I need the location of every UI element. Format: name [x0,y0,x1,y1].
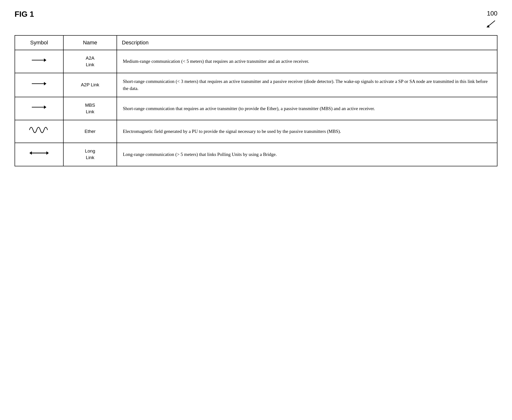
symbol-cell-mbs [15,97,63,120]
symbol-cell-ether [15,120,63,143]
desc-cell-a2a: Medium-range communication (< 5 meters) … [117,50,497,73]
col-header-name: Name [63,35,117,50]
col-header-description: Description [117,35,497,50]
fig-title: FIG 1 [15,10,34,19]
table-row: LongLink Long-range communication (> 5 m… [15,143,497,166]
name-cell-mbs: MBSLink [63,97,117,120]
svg-marker-7 [44,105,46,109]
desc-cell-long-link: Long-range communication (> 5 meters) th… [117,143,497,166]
svg-line-0 [488,21,495,27]
svg-marker-9 [29,151,32,155]
page-header: FIG 1 100 [15,10,497,28]
table-row: A2ALink Medium-range communication (< 5 … [15,50,497,73]
name-cell-a2a: A2ALink [63,50,117,73]
reference-number: 100 [487,10,497,17]
name-cell-a2p: A2P Link [63,73,117,97]
table-row: Ether Electromagnetic field generated by… [15,120,497,143]
desc-cell-a2p: Short-range communication (< 3 meters) t… [117,73,497,97]
arrow-right-icon [31,104,48,114]
symbol-table: Symbol Name Description A2ALink Medium-r… [15,35,497,166]
table-row: MBSLink Short-range communication that r… [15,97,497,120]
svg-marker-5 [44,82,46,85]
arrow-right-icon [31,57,48,67]
symbol-cell-long-link [15,143,63,166]
name-cell-long-link: LongLink [63,143,117,166]
bidir-arrow-icon [28,149,50,160]
desc-cell-ether: Electromagnetic field generated by a PU … [117,120,497,143]
svg-marker-3 [44,58,46,62]
reference-arrow-indicator [483,18,497,28]
wave-icon [28,125,50,138]
name-cell-ether: Ether [63,120,117,143]
symbol-cell-a2a [15,50,63,73]
table-header-row: Symbol Name Description [15,35,497,50]
table-row: A2P Link Short-range communication (< 3 … [15,73,497,97]
svg-marker-10 [46,151,49,155]
symbol-cell-a2p [15,73,63,97]
arrow-right-icon [31,80,48,90]
reference-number-container: 100 [483,10,497,28]
col-header-symbol: Symbol [15,35,63,50]
desc-cell-mbs: Short-range communication that requires … [117,97,497,120]
